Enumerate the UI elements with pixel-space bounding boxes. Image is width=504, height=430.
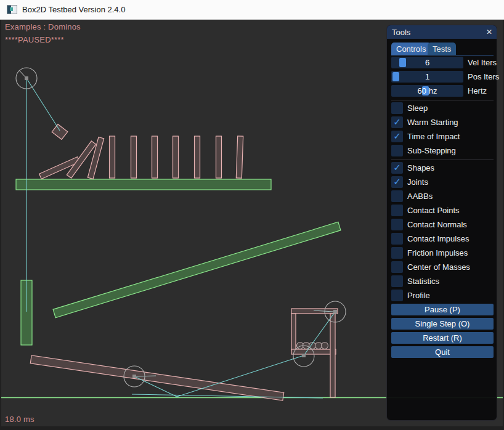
checkbox-box[interactable]: ✓ xyxy=(391,261,403,273)
anchor-pendulum xyxy=(25,76,28,80)
single-step-button[interactable]: Single Step (O) xyxy=(391,318,494,330)
pause-button[interactable]: Pause (P) xyxy=(391,304,494,315)
tools-panel: Tools ✕ Controls Tests 6 Vel Iters 1 Pos… xyxy=(386,25,497,421)
anchor-cradle-upper xyxy=(333,310,337,314)
window-title: Box2D Testbed Version 2.4.0 xyxy=(22,5,125,14)
window-border-bottom xyxy=(0,426,504,430)
checkbox-box[interactable]: ✓ xyxy=(391,190,403,202)
paused-label: ****PAUSED**** xyxy=(5,35,64,44)
checkbox-box[interactable]: ✓ xyxy=(391,219,403,230)
checkbox-box[interactable]: ✓ xyxy=(391,145,403,156)
checkbox-box[interactable]: ✓ xyxy=(391,162,403,174)
tab-bar: Controls Tests xyxy=(391,43,494,55)
seesaw-plank[interactable] xyxy=(30,355,283,400)
slider-track[interactable]: 1 xyxy=(391,71,463,83)
separator xyxy=(391,100,494,100)
tools-panel-title: Tools xyxy=(392,28,410,37)
checkbox-box[interactable]: ✓ xyxy=(391,116,403,128)
separator xyxy=(391,160,494,160)
panel-close-icon: ✕ xyxy=(486,28,492,36)
checkbox-box[interactable]: ✓ xyxy=(391,275,403,287)
checkbox-sleep[interactable]: ✓ Sleep xyxy=(391,102,494,114)
window-border-left xyxy=(0,19,1,430)
checkbox-friction-impulses[interactable]: ✓ Friction Impulses xyxy=(391,247,494,259)
domino-upright-1[interactable] xyxy=(110,136,115,178)
check-icon: ✓ xyxy=(393,116,401,128)
cradle-top-bar[interactable] xyxy=(291,309,338,314)
pendulum-box[interactable] xyxy=(52,124,68,140)
restart-button[interactable]: Restart (R) xyxy=(391,332,494,344)
checkbox-box[interactable]: ✓ xyxy=(391,205,403,216)
checkbox-box[interactable]: ✓ xyxy=(391,247,403,259)
checkbox-warm-starting[interactable]: ✓ Warm Starting xyxy=(391,116,494,128)
checkbox-box[interactable]: ✓ xyxy=(391,176,403,188)
joint-line-pendulum xyxy=(26,78,60,131)
frame-time-label: 18.0 ms xyxy=(5,415,35,424)
domino-platform xyxy=(16,179,271,190)
checkbox-shapes[interactable]: ✓ Shapes xyxy=(391,162,494,174)
checkbox-box[interactable]: ✓ xyxy=(391,233,403,245)
tab-underline xyxy=(391,55,494,55)
hertz-slider[interactable]: 60 hz Hertz xyxy=(391,85,494,97)
anchor-seesaw xyxy=(132,375,136,378)
check-icon: ✓ xyxy=(393,162,401,173)
tab-controls[interactable]: Controls xyxy=(391,43,431,55)
green-ramp-plank xyxy=(53,222,341,317)
checkbox-aabbs[interactable]: ✓ AABBs xyxy=(391,190,494,202)
anchor-cradle-lower xyxy=(302,354,306,357)
checkbox-statistics[interactable]: ✓ Statistics xyxy=(391,275,494,287)
domino-upright-2[interactable] xyxy=(131,136,137,178)
checkbox-profile[interactable]: ✓ Profile xyxy=(391,290,494,301)
check-icon: ✓ xyxy=(393,131,401,142)
checkbox-box[interactable]: ✓ xyxy=(391,131,403,142)
quit-button[interactable]: Quit xyxy=(391,346,494,358)
check-icon: ✓ xyxy=(393,176,401,187)
tools-panel-titlebar[interactable]: Tools xyxy=(387,25,497,39)
domino-upright-7[interactable] xyxy=(236,136,243,178)
checkbox-contact-points[interactable]: ✓ Contact Points xyxy=(391,205,494,216)
checkbox-sub-stepping[interactable]: ✓ Sub-Stepping xyxy=(391,145,494,156)
domino-upright-3[interactable] xyxy=(152,136,158,178)
checkbox-joints[interactable]: ✓ Joints xyxy=(391,176,494,188)
app-icon xyxy=(7,5,17,14)
checkbox-contact-impulses[interactable]: ✓ Contact Impulses xyxy=(391,233,494,245)
tools-panel-close-button[interactable]: ✕ xyxy=(484,27,494,37)
vel-iters-slider[interactable]: 6 Vel Iters xyxy=(391,57,494,68)
domino-upright-5[interactable] xyxy=(195,136,200,178)
tab-tests[interactable]: Tests xyxy=(428,43,456,55)
checkbox-contact-normals[interactable]: ✓ Contact Normals xyxy=(391,219,494,230)
domino-upright-4[interactable] xyxy=(173,136,179,178)
cradle-left-post[interactable] xyxy=(291,314,296,351)
domino-upright-6[interactable] xyxy=(216,136,222,178)
slider-track[interactable]: 6 xyxy=(391,57,463,68)
slider-track[interactable]: 60 hz xyxy=(391,85,463,97)
example-label: Examples : Dominos xyxy=(5,22,81,31)
checkbox-center-of-masses[interactable]: ✓ Center of Masses xyxy=(391,261,494,273)
window-titlebar[interactable]: Box2D Testbed Version 2.4.0 xyxy=(0,0,504,20)
checkbox-box[interactable]: ✓ xyxy=(391,102,403,114)
checkbox-box[interactable]: ✓ xyxy=(391,290,403,301)
checkbox-time-of-impact[interactable]: ✓ Time of Impact xyxy=(391,131,494,142)
cradle-right-post[interactable] xyxy=(330,314,335,397)
pos-iters-slider[interactable]: 1 Pos Iters xyxy=(391,71,494,83)
